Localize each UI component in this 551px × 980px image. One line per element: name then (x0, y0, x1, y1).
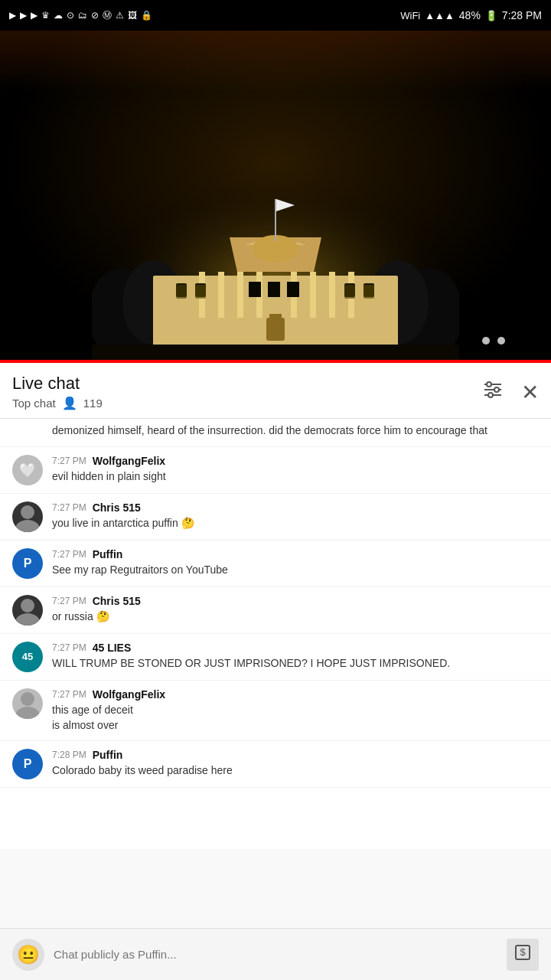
svg-rect-33 (364, 285, 374, 299)
message-username: WolfgangFelix (93, 455, 165, 467)
svg-rect-30 (176, 285, 187, 299)
video-background (0, 31, 551, 360)
play-icon: ▶ (9, 10, 16, 21)
svg-point-41 (488, 393, 493, 397)
message-username: Chris 515 (93, 595, 141, 607)
city-lights-bg (0, 31, 551, 92)
list-item: P 7:28 PM Puffin Colorado baby its weed … (0, 741, 551, 788)
top-chat-label: Top chat (12, 397, 56, 410)
message-meta: 7:27 PM Puffin (52, 548, 539, 560)
time-display: 7:28 PM (502, 9, 542, 21)
svg-rect-24 (249, 282, 261, 297)
svg-rect-32 (344, 285, 355, 299)
message-content: 7:27 PM WolfgangFelix this age of deceit… (52, 688, 539, 733)
svg-point-43 (15, 520, 40, 532)
viewer-count: 119 (83, 397, 103, 410)
message-text: evil hidden in plain sight (52, 469, 539, 485)
emoji-icon: 😐 (17, 944, 40, 965)
svg-rect-8 (237, 272, 243, 318)
play-icon3: ▶ (31, 10, 37, 21)
message-meta: 7:27 PM WolfgangFelix (52, 688, 539, 701)
list-item: 7:27 PM WolfgangFelix this age of deceit… (0, 681, 551, 741)
play-icon2: ▶ (20, 10, 27, 21)
message-content: 7:28 PM Puffin Colorado baby its weed pa… (52, 749, 539, 779)
message-text: WILL TRUMP BE STONED OR JUST IMPRISONED?… (52, 656, 539, 671)
chat-input[interactable] (54, 939, 497, 971)
avatar-letter: 🤍 (19, 462, 36, 479)
svg-point-42 (21, 505, 34, 519)
svg-point-39 (487, 382, 491, 387)
m-icon: Ⓜ (103, 9, 112, 22)
message-time: 7:27 PM (52, 549, 86, 560)
live-chat-title: Live chat (12, 374, 103, 394)
avatar-letter-p: P (24, 557, 32, 570)
message-meta: 7:27 PM Chris 515 (52, 501, 539, 514)
message-username: Chris 515 (93, 501, 141, 514)
message-time: 7:27 PM (52, 642, 86, 653)
message-time: 7:27 PM (52, 456, 86, 466)
svg-rect-18 (275, 199, 276, 241)
svg-point-46 (21, 692, 34, 706)
battery-percent: 48% (459, 9, 481, 21)
message-time: 7:27 PM (52, 502, 86, 513)
chat-header-right[interactable]: ✕ (483, 380, 539, 405)
message-content: 7:27 PM 45 LIES WILL TRUMP BE STONED OR … (52, 642, 539, 671)
send-icon: $ (514, 943, 532, 965)
svg-rect-29 (92, 345, 459, 360)
warning-icon: ⚠ (116, 10, 124, 21)
avatar-letter-p2: P (24, 757, 32, 771)
svg-rect-11 (310, 272, 316, 318)
message-content: 7:27 PM Puffin See my rap Regutraitors o… (52, 548, 539, 578)
svg-text:$: $ (520, 946, 526, 958)
avatar (12, 595, 43, 626)
close-button[interactable]: ✕ (521, 380, 539, 405)
cloud-icon: ☁ (54, 10, 63, 21)
status-info-right: WiFi ▲▲▲ 48% 🔋 7:28 PM (400, 9, 542, 21)
message-time: 7:28 PM (52, 750, 86, 760)
message-partial: demonized himself, heard of the insurrec… (0, 419, 551, 447)
svg-rect-12 (329, 272, 335, 318)
crown-icon: ♛ (41, 10, 50, 21)
avatar: 45 (12, 642, 43, 672)
svg-rect-25 (268, 282, 280, 297)
battery-icon: 🔋 (485, 10, 497, 21)
chat-input-bar: 😐 $ (0, 928, 551, 980)
message-meta: 7:27 PM Chris 515 (52, 595, 539, 607)
message-text: or russia 🤔 (52, 609, 539, 625)
chat-header: Live chat Top chat 👤 119 ✕ (0, 363, 551, 419)
svg-rect-28 (269, 314, 282, 320)
list-item: 🤍 7:27 PM WolfgangFelix evil hidden in p… (0, 447, 551, 494)
message-meta: 7:27 PM 45 LIES (52, 642, 539, 654)
svg-point-47 (15, 707, 40, 719)
chat-sub-info: Top chat 👤 119 (12, 396, 103, 410)
lock-icon: 🔒 (141, 10, 152, 21)
video-player[interactable] (0, 31, 551, 360)
status-icons-left: ▶ ▶ ▶ ♛ ☁ ⊙ 🗂 ⊘ Ⓜ ⚠ 🖼 🔒 (9, 9, 152, 22)
message-time: 7:27 PM (52, 689, 86, 700)
message-username: 45 LIES (93, 642, 132, 654)
send-button[interactable]: $ (507, 939, 539, 971)
message-username: Puffin (93, 548, 123, 560)
message-text: you live in antarctica puffin 🤔 (52, 516, 539, 531)
image-icon: 🖼 (128, 10, 137, 21)
message-meta: 7:27 PM WolfgangFelix (52, 455, 539, 467)
message-username: Puffin (93, 749, 123, 761)
svg-point-45 (15, 613, 40, 626)
emoji-button[interactable]: 😐 (12, 939, 44, 971)
signal-icon: ▲▲▲ (425, 10, 455, 21)
partial-text: demonized himself, heard of the insurrec… (52, 423, 539, 439)
chat-messages-container: demonized himself, heard of the insurrec… (0, 419, 551, 849)
message-content: 7:27 PM WolfgangFelix evil hidden in pla… (52, 455, 539, 485)
list-item: 7:27 PM Chris 515 or russia 🤔 (0, 587, 551, 634)
message-username: WolfgangFelix (93, 688, 165, 701)
svg-point-44 (21, 599, 34, 612)
svg-rect-27 (266, 318, 285, 341)
filter-button[interactable] (483, 381, 503, 403)
status-bar: ▶ ▶ ▶ ♛ ☁ ⊙ 🗂 ⊘ Ⓜ ⚠ 🖼 🔒 WiFi ▲▲▲ 48% 🔋 7… (0, 0, 551, 31)
avatar (12, 501, 43, 532)
svg-rect-26 (287, 282, 299, 297)
svg-rect-7 (218, 272, 224, 318)
avatar-label-45: 45 (22, 651, 33, 662)
avatar: 🤍 (12, 455, 43, 485)
avatar (12, 688, 43, 719)
